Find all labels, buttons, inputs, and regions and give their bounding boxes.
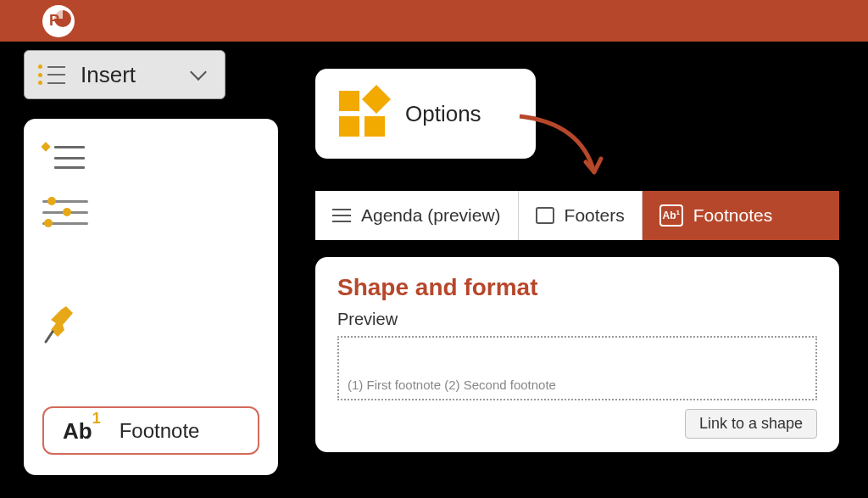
powerpoint-logo — [42, 5, 75, 37]
footers-icon — [536, 207, 554, 224]
shape-and-format-panel: Shape and format Preview (1) First footn… — [315, 257, 839, 452]
insert-dropdown-button[interactable]: Insert — [24, 50, 225, 99]
insert-list-icon — [38, 64, 65, 85]
tab-footers[interactable]: Footers — [519, 191, 643, 240]
tab-footnotes[interactable]: Ab1 Footnotes — [643, 191, 839, 240]
sliders-icon — [42, 200, 88, 225]
footnotes-tabstrip: Agenda (preview) Footers Ab1 Footnotes — [315, 191, 839, 240]
tab-agenda[interactable]: Agenda (preview) — [315, 191, 519, 240]
bulleted-list-icon — [42, 143, 85, 169]
options-label: Options — [405, 101, 481, 127]
preview-sample-text: (1) First footnote (2) Second footnote — [348, 378, 556, 392]
options-button[interactable]: Options — [315, 69, 536, 159]
agenda-icon — [332, 209, 351, 222]
insert-label: Insert — [81, 62, 177, 88]
chevron-down-icon — [190, 64, 207, 81]
menu-item-sliders[interactable] — [42, 195, 259, 229]
title-bar — [0, 0, 868, 42]
menu-item-footnote[interactable]: Ab1 Footnote — [42, 406, 259, 455]
shape-panel-title: Shape and format — [337, 274, 817, 301]
tab-agenda-label: Agenda (preview) — [361, 205, 501, 226]
insert-menu-panel: Ab1 Footnote — [24, 119, 278, 475]
footnote-ab-icon: Ab1 — [63, 417, 101, 445]
menu-item-lines[interactable] — [42, 251, 259, 285]
footnotes-tab-icon: Ab1 — [659, 204, 683, 227]
tab-footnotes-label: Footnotes — [693, 205, 772, 226]
tab-footers-label: Footers — [565, 205, 625, 226]
link-to-shape-button[interactable]: Link to a shape — [685, 409, 817, 439]
pin-icon — [42, 305, 76, 344]
preview-label: Preview — [337, 310, 817, 329]
footnote-menu-label: Footnote — [120, 419, 200, 443]
menu-item-pin[interactable] — [42, 307, 259, 341]
preview-box[interactable]: (1) First footnote (2) Second footnote — [337, 336, 817, 400]
tiles-icon — [339, 91, 385, 137]
lines-icon — [42, 260, 88, 277]
menu-item-bulleted-list[interactable] — [42, 139, 259, 173]
